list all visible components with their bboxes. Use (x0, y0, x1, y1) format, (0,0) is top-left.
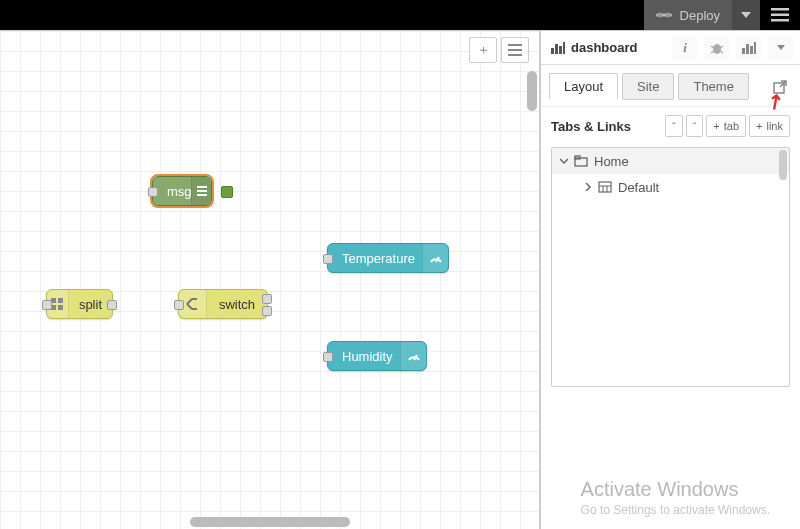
svg-rect-4 (771, 14, 789, 17)
sidebar-header: dashboard i (541, 31, 800, 65)
chevron-down-icon (560, 157, 568, 165)
list-view-button[interactable] (501, 37, 529, 63)
tree-scrollbar[interactable] (779, 150, 787, 384)
node-label: Temperature (328, 251, 429, 266)
tab-layout[interactable]: Layout (549, 73, 618, 100)
add-link-button[interactable]: +link (749, 115, 790, 137)
tabs-links-header: Tabs & Links ˆ ˇ +tab +link (541, 106, 800, 145)
caret-down-icon (741, 12, 751, 18)
node-port-out-2[interactable] (262, 306, 272, 316)
svg-line-23 (711, 46, 714, 48)
dashboard-tab-button[interactable] (736, 36, 762, 60)
group-icon (598, 181, 612, 193)
tree-item-label: Home (594, 154, 629, 169)
tree-item-label: Default (618, 180, 659, 195)
svg-line-24 (720, 46, 723, 48)
info-button[interactable]: i (672, 36, 698, 60)
node-port-in[interactable] (174, 300, 184, 310)
node-split[interactable]: split (46, 289, 113, 319)
collapse-all-button[interactable]: ˇ (686, 115, 704, 137)
add-button[interactable]: ＋ (469, 37, 497, 63)
info-icon: i (683, 40, 687, 56)
svg-rect-30 (754, 42, 756, 54)
svg-rect-7 (197, 190, 207, 192)
canvas-scrollbar-horizontal[interactable] (20, 517, 519, 527)
svg-rect-12 (58, 305, 63, 310)
svg-line-25 (711, 51, 714, 53)
flow-canvas-area: msg split switch (0, 30, 540, 529)
node-label: split (69, 297, 112, 312)
tab-site[interactable]: Site (622, 73, 674, 100)
svg-rect-3 (771, 8, 789, 11)
chevron-right-icon (584, 183, 592, 191)
debug-panel-button[interactable] (704, 36, 730, 60)
gauge-icon (422, 244, 448, 272)
svg-rect-18 (551, 48, 554, 54)
node-debug-msg[interactable]: msg (152, 176, 212, 206)
hamburger-icon (771, 8, 789, 22)
caret-down-icon (777, 45, 785, 50)
app-header: Deploy (0, 0, 800, 30)
canvas-scrollbar-vertical[interactable] (527, 71, 537, 489)
plus-icon: + (713, 120, 719, 132)
external-link-icon (773, 80, 787, 94)
node-port-in[interactable] (42, 300, 52, 310)
tree-item-home[interactable]: Home (552, 148, 789, 174)
dashboard-tabs: Layout Site Theme ↗ (541, 65, 800, 100)
svg-rect-27 (742, 48, 745, 54)
sidebar-dropdown-button[interactable] (768, 36, 794, 60)
node-gauge-humidity[interactable]: Humidity (327, 341, 427, 371)
svg-rect-6 (197, 186, 207, 188)
main-menu-button[interactable] (760, 0, 800, 30)
svg-rect-29 (750, 46, 753, 54)
tabs-links-tree: Home Default (551, 147, 790, 387)
sidebar-title: dashboard (551, 40, 666, 55)
gauge-icon (400, 342, 426, 370)
expand-all-button[interactable]: ˆ (665, 115, 683, 137)
node-switch[interactable]: switch (178, 289, 268, 319)
list-icon (508, 44, 522, 56)
node-port-in[interactable] (148, 187, 158, 197)
deploy-icon (656, 10, 672, 20)
chevron-down-icon: ˇ (693, 121, 697, 133)
open-dashboard-button[interactable]: ↗ (768, 75, 792, 99)
section-title: Tabs & Links (551, 119, 662, 134)
svg-rect-34 (599, 182, 611, 192)
svg-rect-9 (51, 298, 56, 303)
add-tab-button[interactable]: +tab (706, 115, 746, 137)
node-port-out-1[interactable] (262, 294, 272, 304)
deploy-button[interactable]: Deploy (644, 0, 732, 30)
svg-rect-10 (58, 298, 63, 303)
bug-icon (710, 41, 724, 55)
node-label: switch (207, 297, 267, 312)
sidebar: dashboard i Layout Site Theme ↗ Ta (540, 30, 800, 529)
svg-rect-8 (197, 194, 207, 196)
chart-icon (742, 42, 756, 54)
node-port-in[interactable] (323, 352, 333, 362)
chart-icon (551, 42, 565, 54)
deploy-label: Deploy (680, 8, 720, 23)
debug-icon (191, 177, 211, 205)
svg-rect-17 (508, 54, 522, 56)
svg-rect-5 (771, 19, 789, 22)
svg-rect-16 (508, 49, 522, 51)
node-label: Humidity (328, 349, 407, 364)
svg-rect-20 (559, 46, 562, 54)
node-status-dot (221, 186, 233, 198)
node-port-in[interactable] (323, 254, 333, 264)
node-gauge-temperature[interactable]: Temperature (327, 243, 449, 273)
svg-rect-21 (563, 42, 565, 54)
tree-item-default[interactable]: Default (552, 174, 789, 200)
node-port-out[interactable] (107, 300, 117, 310)
svg-rect-15 (508, 44, 522, 46)
svg-rect-11 (51, 305, 56, 310)
flow-canvas[interactable]: msg split switch (0, 31, 539, 529)
svg-rect-19 (555, 44, 558, 54)
svg-line-26 (720, 51, 723, 53)
svg-line-14 (414, 355, 417, 360)
tab-theme[interactable]: Theme (678, 73, 748, 100)
svg-point-22 (713, 44, 721, 54)
deploy-dropdown[interactable] (732, 0, 760, 30)
svg-point-1 (657, 13, 662, 18)
tab-icon (574, 155, 588, 167)
